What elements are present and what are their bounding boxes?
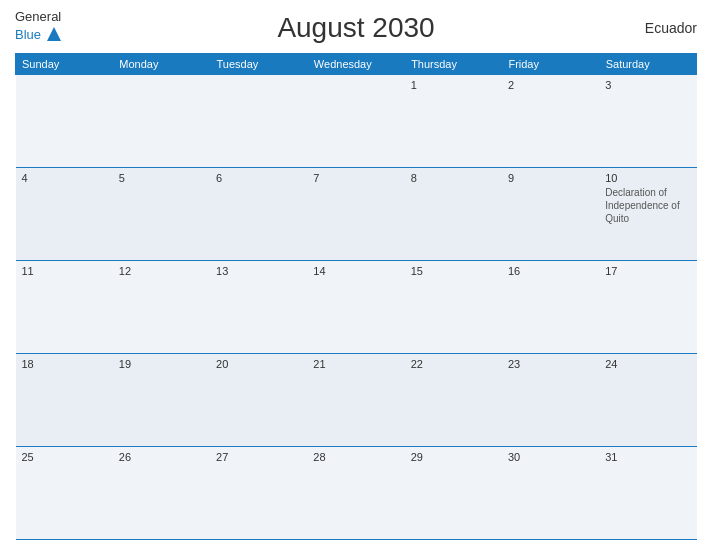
svg-marker-0 [47, 27, 61, 41]
logo-blue-text: Blue [15, 28, 41, 41]
calendar-cell-w0d3 [307, 75, 404, 168]
date-number: 20 [216, 358, 301, 370]
date-number: 2 [508, 79, 593, 91]
calendar-cell-w2d0: 11 [16, 261, 113, 354]
calendar-header-row: SundayMondayTuesdayWednesdayThursdayFrid… [16, 54, 697, 75]
calendar-header-thursday: Thursday [405, 54, 502, 75]
date-number: 12 [119, 265, 204, 277]
calendar-cell-w3d1: 19 [113, 354, 210, 447]
date-number: 25 [22, 451, 107, 463]
calendar-header-tuesday: Tuesday [210, 54, 307, 75]
date-number: 26 [119, 451, 204, 463]
calendar-cell-w2d4: 15 [405, 261, 502, 354]
calendar-cell-w4d5: 30 [502, 447, 599, 540]
calendar-header-sunday: Sunday [16, 54, 113, 75]
logo-icon [43, 23, 65, 45]
date-number: 24 [605, 358, 690, 370]
calendar-cell-w0d2 [210, 75, 307, 168]
calendar-cell-w0d1 [113, 75, 210, 168]
date-number: 21 [313, 358, 398, 370]
date-number: 30 [508, 451, 593, 463]
date-number: 31 [605, 451, 690, 463]
date-number: 18 [22, 358, 107, 370]
calendar-cell-w4d3: 28 [307, 447, 404, 540]
calendar-cell-w3d0: 18 [16, 354, 113, 447]
date-number: 22 [411, 358, 496, 370]
calendar-cell-w1d4: 8 [405, 168, 502, 261]
calendar-week-row-2: 11121314151617 [16, 261, 697, 354]
calendar-week-row-4: 25262728293031 [16, 447, 697, 540]
calendar-header-friday: Friday [502, 54, 599, 75]
date-number: 14 [313, 265, 398, 277]
date-number: 28 [313, 451, 398, 463]
calendar-cell-w2d6: 17 [599, 261, 696, 354]
calendar-header-monday: Monday [113, 54, 210, 75]
calendar-cell-w3d4: 22 [405, 354, 502, 447]
date-number: 13 [216, 265, 301, 277]
date-number: 6 [216, 172, 301, 184]
calendar-cell-w2d5: 16 [502, 261, 599, 354]
calendar-table: SundayMondayTuesdayWednesdayThursdayFrid… [15, 53, 697, 540]
calendar-week-row-3: 18192021222324 [16, 354, 697, 447]
header: General Blue August 2030 Ecuador [15, 10, 697, 45]
calendar-cell-w4d2: 27 [210, 447, 307, 540]
date-number: 11 [22, 265, 107, 277]
date-number: 17 [605, 265, 690, 277]
date-number: 9 [508, 172, 593, 184]
logo: General Blue [15, 10, 65, 45]
date-number: 23 [508, 358, 593, 370]
calendar-cell-w1d2: 6 [210, 168, 307, 261]
date-number: 27 [216, 451, 301, 463]
calendar-cell-w0d4: 1 [405, 75, 502, 168]
date-number: 3 [605, 79, 690, 91]
date-number: 1 [411, 79, 496, 91]
date-number: 5 [119, 172, 204, 184]
calendar-cell-w1d1: 5 [113, 168, 210, 261]
calendar-week-row-0: 123 [16, 75, 697, 168]
calendar-cell-w3d2: 20 [210, 354, 307, 447]
date-number: 16 [508, 265, 593, 277]
calendar-cell-w3d5: 23 [502, 354, 599, 447]
date-number: 29 [411, 451, 496, 463]
date-number: 8 [411, 172, 496, 184]
calendar-week-row-1: 45678910Declaration of Independence of Q… [16, 168, 697, 261]
calendar-cell-w0d5: 2 [502, 75, 599, 168]
holiday-label: Declaration of Independence of Quito [605, 186, 690, 225]
calendar-cell-w0d0 [16, 75, 113, 168]
calendar-cell-w2d2: 13 [210, 261, 307, 354]
calendar-cell-w0d6: 3 [599, 75, 696, 168]
page: General Blue August 2030 Ecuador SundayM… [0, 0, 712, 550]
page-title: August 2030 [277, 12, 434, 44]
calendar-cell-w2d3: 14 [307, 261, 404, 354]
calendar-cell-w1d3: 7 [307, 168, 404, 261]
date-number: 10 [605, 172, 690, 184]
calendar-cell-w4d0: 25 [16, 447, 113, 540]
calendar-header-wednesday: Wednesday [307, 54, 404, 75]
calendar-cell-w1d6: 10Declaration of Independence of Quito [599, 168, 696, 261]
calendar-cell-w2d1: 12 [113, 261, 210, 354]
calendar-header-saturday: Saturday [599, 54, 696, 75]
calendar-cell-w3d6: 24 [599, 354, 696, 447]
country-label: Ecuador [645, 20, 697, 36]
calendar-cell-w4d1: 26 [113, 447, 210, 540]
calendar-cell-w1d0: 4 [16, 168, 113, 261]
date-number: 15 [411, 265, 496, 277]
date-number: 4 [22, 172, 107, 184]
date-number: 19 [119, 358, 204, 370]
calendar-cell-w3d3: 21 [307, 354, 404, 447]
date-number: 7 [313, 172, 398, 184]
calendar-cell-w4d6: 31 [599, 447, 696, 540]
calendar-cell-w4d4: 29 [405, 447, 502, 540]
logo-general-text: General [15, 10, 65, 23]
calendar-cell-w1d5: 9 [502, 168, 599, 261]
